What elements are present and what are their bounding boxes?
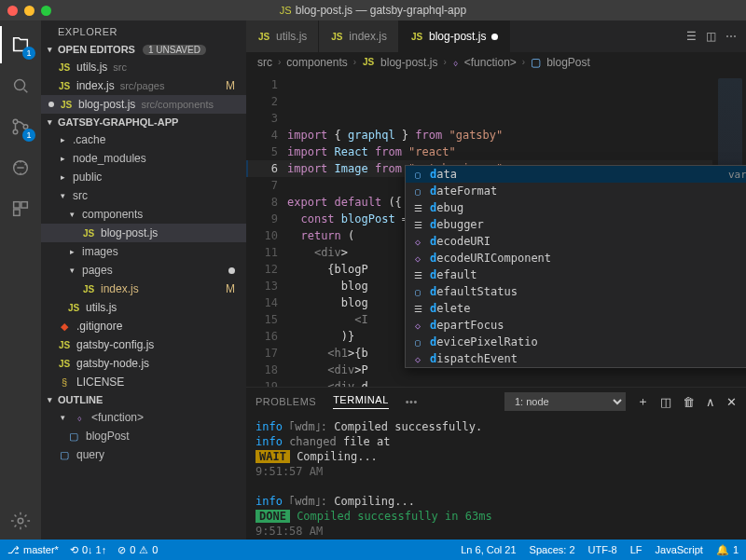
outline-item[interactable]: ▢blogPost: [41, 427, 246, 445]
status-eol[interactable]: LF: [630, 544, 642, 556]
new-terminal-icon[interactable]: ＋: [637, 393, 649, 410]
folder-item[interactable]: ▾src: [41, 186, 246, 205]
file-item[interactable]: JSindex.jsM: [41, 280, 246, 298]
terminal-output[interactable]: info ｢wdm｣: Compiled successfully.info c…: [246, 416, 746, 540]
tab-index[interactable]: JSindex.js: [319, 20, 399, 52]
keyword-icon: ☰: [411, 268, 424, 281]
section-open-editors[interactable]: ▾ OPEN EDITORS 1 UNSAVED: [41, 41, 246, 58]
suggest-label: data: [430, 168, 457, 181]
suggest-item[interactable]: ▢datavar data: anyi: [406, 166, 746, 183]
breadcrumb-segment[interactable]: src: [257, 56, 272, 69]
section-label: OPEN EDITORS: [58, 44, 135, 55]
folder-item[interactable]: ▾pages: [41, 261, 246, 280]
split-terminal-icon[interactable]: ◫: [660, 395, 671, 409]
close-panel-icon[interactable]: ✕: [726, 395, 737, 409]
section-label: OUTLINE: [58, 394, 103, 405]
js-icon: JS: [67, 303, 80, 313]
status-branch[interactable]: ⎇master*: [7, 544, 59, 556]
panel-tab-problems[interactable]: PROBLEMS: [256, 396, 316, 407]
tab-utils[interactable]: JSutils.js: [246, 20, 319, 52]
tab-blog-post[interactable]: JSblog-post.js: [399, 20, 510, 52]
status-sync[interactable]: ⟲0↓ 1↑: [70, 544, 106, 556]
scm-badge: 1: [22, 129, 35, 142]
suggest-item[interactable]: ☰default: [406, 266, 746, 283]
folder-item[interactable]: ▸images: [41, 242, 246, 261]
status-problems[interactable]: ⊘0⚠0: [117, 544, 158, 556]
js-icon: JS: [60, 100, 73, 110]
file-item[interactable]: JSgatsby-config.js: [41, 335, 246, 354]
breadcrumb-segment[interactable]: blogPost: [546, 56, 590, 69]
editor-group: JSutils.js JSindex.js JSblog-post.js ☰ ◫…: [246, 20, 746, 540]
status-lncol[interactable]: Ln 6, Col 21: [461, 544, 516, 556]
section-outline[interactable]: ▾ OUTLINE: [41, 391, 246, 408]
suggest-label: dateFormat: [430, 184, 497, 198]
activity-extensions[interactable]: [0, 190, 41, 227]
breadcrumb[interactable]: src components JSblog-post.js ⬨<function…: [246, 52, 746, 73]
file-item[interactable]: JSutils.js: [41, 298, 246, 317]
suggest-item[interactable]: ▢defaultStatus: [406, 283, 746, 300]
variable-icon: ▢: [411, 285, 424, 298]
activity-explorer[interactable]: 1: [0, 26, 41, 63]
activity-settings[interactable]: [0, 502, 41, 540]
status-language[interactable]: JavaScript: [656, 544, 703, 556]
modified-indicator: M: [226, 282, 241, 295]
suggest-item[interactable]: ▢devicePixelRatio: [406, 334, 746, 350]
breadcrumb-segment[interactable]: <function>: [464, 56, 517, 69]
unsaved-badge: 1 UNSAVED: [143, 45, 206, 55]
breadcrumb-segment[interactable]: blog-post.js: [380, 56, 437, 69]
file-item[interactable]: ◆.gitignore: [41, 317, 246, 335]
suggest-item[interactable]: ▢dateFormat: [406, 183, 746, 199]
folder-item[interactable]: ▸.cache: [41, 130, 246, 149]
outline-item[interactable]: ▢query: [41, 445, 246, 464]
more-icon[interactable]: ⋯: [725, 30, 737, 43]
open-editor-item[interactable]: JS index.js src/pages M: [41, 76, 246, 95]
maximize-panel-icon[interactable]: ∧: [706, 395, 715, 409]
section-project[interactable]: ▾ GATSBY-GRAPHQL-APP: [41, 114, 246, 130]
suggest-label: decodeURIComponent: [430, 252, 551, 265]
activity-scm[interactable]: 1: [0, 108, 41, 145]
folder-item[interactable]: ▸node_modules: [41, 149, 246, 168]
open-editors-list: JS utils.js src JS index.js src/pages M …: [41, 58, 246, 114]
kill-terminal-icon[interactable]: 🗑: [683, 395, 695, 409]
panel-tab-terminal[interactable]: TERMINAL: [333, 394, 389, 409]
compare-icon[interactable]: ☰: [686, 30, 697, 43]
panel-tabs: PROBLEMS TERMINAL ••• 1: node ＋ ◫ 🗑 ∧ ✕: [246, 388, 746, 416]
code-editor[interactable]: 1234567891011121314151617181920 import {…: [246, 73, 746, 387]
warning-icon: ⚠: [139, 544, 148, 556]
activity-debug[interactable]: [0, 149, 41, 186]
file-item[interactable]: §LICENSE: [41, 373, 246, 391]
status-spaces[interactable]: Spaces: 2: [530, 544, 575, 556]
activity-search[interactable]: [0, 67, 41, 104]
panel-tab-more[interactable]: •••: [406, 396, 418, 407]
outline-item[interactable]: ▾⬨<function>: [41, 408, 246, 427]
suggest-label: departFocus: [430, 319, 504, 332]
suggest-widget[interactable]: ▢datavar data: anyi▢dateFormat☰debug☰deb…: [405, 165, 746, 368]
chevron-down-icon: ▾: [67, 266, 76, 275]
open-editor-item[interactable]: JS blog-post.js src/components: [41, 95, 246, 114]
suggest-item[interactable]: ◇departFocus: [406, 317, 746, 334]
folder-item[interactable]: ▸public: [41, 168, 246, 186]
js-icon: JS: [58, 62, 71, 73]
status-encoding[interactable]: UTF-8: [588, 544, 617, 556]
folder-item[interactable]: ▾components: [41, 205, 246, 224]
svg-point-8: [18, 518, 23, 524]
suggest-item[interactable]: ☰debug: [406, 199, 746, 216]
method-icon: ◇: [411, 235, 424, 248]
status-notifications[interactable]: 🔔1: [716, 544, 739, 556]
suggest-item[interactable]: ◇decodeURIComponent: [406, 250, 746, 266]
breadcrumb-segment[interactable]: components: [286, 56, 347, 69]
file-item[interactable]: JSgatsby-node.js: [41, 354, 246, 373]
suggest-item[interactable]: ◇dispatchEvent: [406, 350, 746, 367]
open-editor-item[interactable]: JS utils.js src: [41, 58, 246, 76]
suggest-item[interactable]: ☰debugger: [406, 216, 746, 233]
variable-icon: ▢: [67, 430, 80, 443]
modified-indicator: M: [226, 79, 241, 92]
suggest-item[interactable]: ☰delete: [406, 300, 746, 317]
activity-bar: 1 1: [0, 20, 41, 540]
suggest-item[interactable]: ◇decodeURI: [406, 233, 746, 250]
terminal-select[interactable]: 1: node: [504, 392, 626, 411]
file-item[interactable]: JSblog-post.js: [41, 224, 246, 242]
suggest-label: defaultStatus: [430, 285, 518, 298]
status-bar: ⎇master* ⟲0↓ 1↑ ⊘0⚠0 Ln 6, Col 21 Spaces…: [0, 540, 746, 560]
split-editor-icon[interactable]: ◫: [706, 30, 716, 43]
